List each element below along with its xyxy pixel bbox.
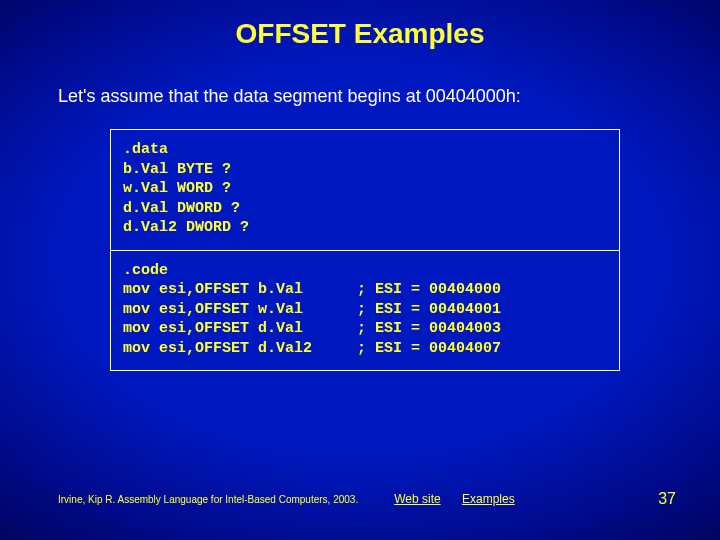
code-data-section: .data b.Val BYTE ? w.Val WORD ? d.Val DW… — [111, 130, 619, 250]
page-number: 37 — [658, 490, 676, 508]
code-box: .data b.Val BYTE ? w.Val WORD ? d.Val DW… — [110, 129, 620, 371]
footer: Irvine, Kip R. Assembly Language for Int… — [58, 492, 680, 506]
citation-text: Irvine, Kip R. Assembly Language for Int… — [58, 494, 358, 505]
intro-text: Let's assume that the data segment begin… — [0, 50, 720, 107]
footer-links: Web site Examples — [394, 492, 533, 506]
web-site-link[interactable]: Web site — [394, 492, 440, 506]
slide: OFFSET Examples Let's assume that the da… — [0, 0, 720, 540]
slide-title: OFFSET Examples — [0, 0, 720, 50]
code-code-section: .code mov esi,OFFSET b.Val ; ESI = 00404… — [111, 250, 619, 371]
examples-link[interactable]: Examples — [462, 492, 515, 506]
